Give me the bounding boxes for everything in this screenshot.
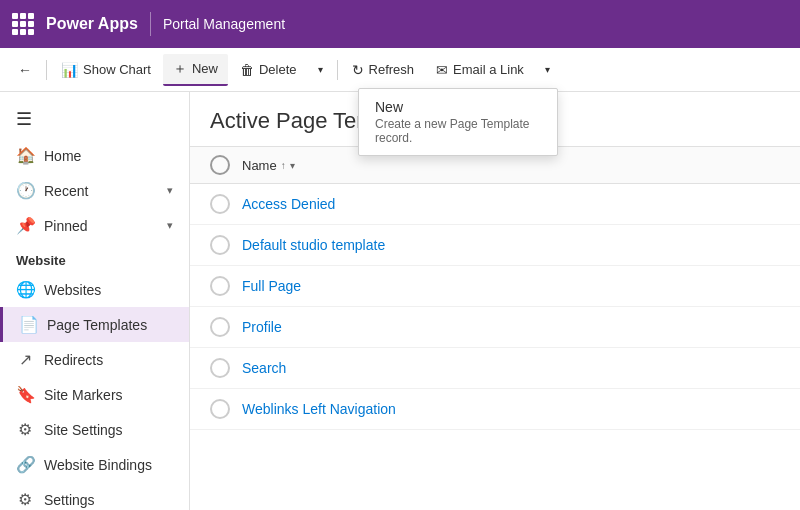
- sidebar-item-page-templates[interactable]: 📄 Page Templates: [0, 307, 189, 342]
- home-icon: 🏠: [16, 146, 34, 165]
- websites-icon: 🌐: [16, 280, 34, 299]
- settings-icon: ⚙: [16, 490, 34, 509]
- row-link-1[interactable]: Default studio template: [242, 237, 385, 253]
- row-link-3[interactable]: Profile: [242, 319, 282, 335]
- sidebar-item-websites[interactable]: 🌐 Websites: [0, 272, 189, 307]
- table-row: Search: [190, 348, 800, 389]
- command-bar: ← 📊 Show Chart ＋ New 🗑 Delete ▾ ↻ Refres…: [0, 48, 800, 92]
- row-link-2[interactable]: Full Page: [242, 278, 301, 294]
- site-settings-icon: ⚙: [16, 420, 34, 439]
- table-row: Weblinks Left Navigation: [190, 389, 800, 430]
- table-row: Full Page: [190, 266, 800, 307]
- sort-asc-icon: ↑: [281, 160, 286, 171]
- sidebar: ☰ 🏠 Home 🕐 Recent ▾ 📌 Pinned ▾ Website 🌐…: [0, 92, 190, 510]
- row-link-5[interactable]: Weblinks Left Navigation: [242, 401, 396, 417]
- table-row: Access Denied: [190, 184, 800, 225]
- plus-icon: ＋: [173, 60, 187, 78]
- column-name-header[interactable]: Name ↑ ▾: [242, 158, 295, 173]
- site-markers-icon: 🔖: [16, 385, 34, 404]
- row-checkbox-5[interactable]: [210, 399, 230, 419]
- cmd-separator-1: [46, 60, 47, 80]
- dropdown-item-title: New: [375, 99, 541, 115]
- recent-icon: 🕐: [16, 181, 34, 200]
- row-checkbox-4[interactable]: [210, 358, 230, 378]
- new-dropdown-popup: New Create a new Page Template record.: [358, 88, 558, 156]
- portal-name: Portal Management: [163, 16, 285, 32]
- topbar-divider: [150, 12, 151, 36]
- more-chevron-button[interactable]: ▾: [536, 56, 560, 84]
- new-button[interactable]: ＋ New: [163, 54, 228, 86]
- pinned-expand-icon: ▾: [167, 219, 173, 232]
- hamburger-icon: ☰: [16, 108, 32, 130]
- delete-chevron-button[interactable]: ▾: [309, 56, 333, 84]
- sidebar-item-settings[interactable]: ⚙ Settings: [0, 482, 189, 510]
- app-launcher-icon[interactable]: [12, 13, 34, 35]
- website-bindings-icon: 🔗: [16, 455, 34, 474]
- sidebar-item-website-bindings[interactable]: 🔗 Website Bindings: [0, 447, 189, 482]
- email-icon: ✉: [436, 62, 448, 78]
- sidebar-section-website: Website: [0, 243, 189, 272]
- row-link-0[interactable]: Access Denied: [242, 196, 335, 212]
- refresh-icon: ↻: [352, 62, 364, 78]
- show-chart-button[interactable]: 📊 Show Chart: [51, 56, 161, 84]
- sidebar-item-site-settings[interactable]: ⚙ Site Settings: [0, 412, 189, 447]
- page-templates-icon: 📄: [19, 315, 37, 334]
- refresh-button[interactable]: ↻ Refresh: [342, 56, 425, 84]
- email-link-button[interactable]: ✉ Email a Link: [426, 56, 534, 84]
- row-checkbox-0[interactable]: [210, 194, 230, 214]
- table-row: Profile: [190, 307, 800, 348]
- cmd-separator-2: [337, 60, 338, 80]
- sidebar-hamburger-button[interactable]: ☰: [0, 100, 189, 138]
- row-checkbox-2[interactable]: [210, 276, 230, 296]
- new-dropdown-item[interactable]: New Create a new Page Template record.: [359, 93, 557, 151]
- sidebar-item-redirects[interactable]: ↗ Redirects: [0, 342, 189, 377]
- row-link-4[interactable]: Search: [242, 360, 286, 376]
- back-button[interactable]: ←: [8, 56, 42, 84]
- sidebar-item-recent[interactable]: 🕐 Recent ▾: [0, 173, 189, 208]
- recent-expand-icon: ▾: [167, 184, 173, 197]
- app-name: Power Apps: [46, 15, 138, 33]
- delete-button[interactable]: 🗑 Delete: [230, 56, 307, 84]
- row-checkbox-1[interactable]: [210, 235, 230, 255]
- sidebar-item-home[interactable]: 🏠 Home: [0, 138, 189, 173]
- redirects-icon: ↗: [16, 350, 34, 369]
- sidebar-item-site-markers[interactable]: 🔖 Site Markers: [0, 377, 189, 412]
- topbar: Power Apps Portal Management: [0, 0, 800, 48]
- sort-toggle-icon: ▾: [290, 160, 295, 171]
- row-checkbox-3[interactable]: [210, 317, 230, 337]
- back-icon: ←: [18, 62, 32, 78]
- header-checkbox[interactable]: [210, 155, 230, 175]
- dropdown-item-desc: Create a new Page Template record.: [375, 117, 541, 145]
- delete-icon: 🗑: [240, 62, 254, 78]
- sidebar-item-pinned[interactable]: 📌 Pinned ▾: [0, 208, 189, 243]
- table-row: Default studio template: [190, 225, 800, 266]
- pinned-icon: 📌: [16, 216, 34, 235]
- chart-icon: 📊: [61, 62, 78, 78]
